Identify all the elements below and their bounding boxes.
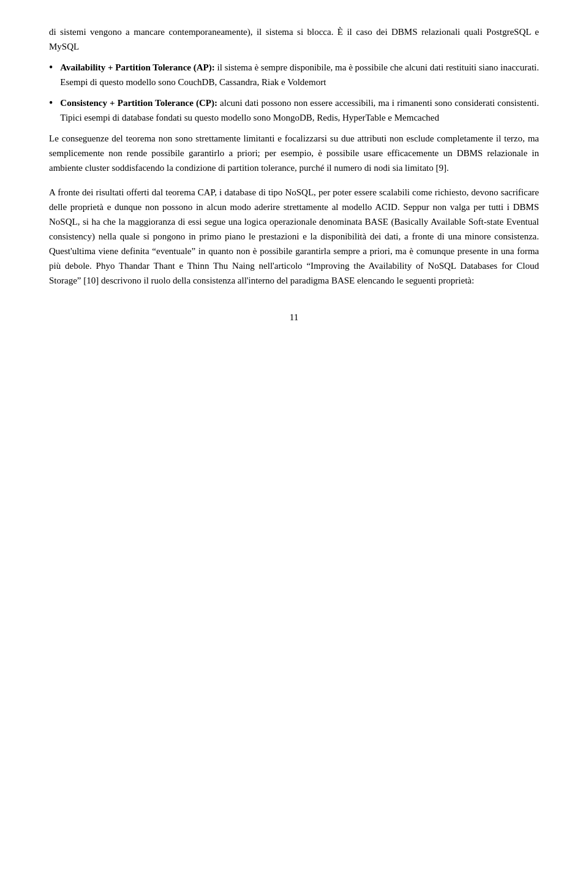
bullet-icon-consistency: • (49, 94, 53, 112)
page-number-text: 11 (290, 312, 298, 322)
page: di sistemi vengono a mancare contemporan… (0, 0, 588, 883)
page-number: 11 (49, 312, 539, 323)
intro-text: di sistemi vengono a mancare contemporan… (49, 27, 539, 51)
availability-text: Availability + Partition Tolerance (AP):… (60, 60, 539, 89)
intro-paragraph: di sistemi vengono a mancare contemporan… (49, 24, 539, 54)
cap-consequences-text: Le conseguenze del teorema non sono stre… (49, 133, 539, 173)
bullet-icon-availability: • (49, 59, 53, 77)
cap-consequences-paragraph: Le conseguenze del teorema non sono stre… (49, 131, 539, 175)
bullet-list: • Availability + Partition Tolerance (AP… (49, 60, 539, 125)
availability-label: Availability + Partition Tolerance (AP): (60, 62, 214, 72)
consistency-text: Consistency + Partition Tolerance (CP): … (60, 96, 539, 125)
content-area: di sistemi vengono a mancare contemporan… (49, 24, 539, 288)
list-item-consistency: • Consistency + Partition Tolerance (CP)… (49, 96, 539, 125)
list-item-availability: • Availability + Partition Tolerance (AP… (49, 60, 539, 89)
consistency-label: Consistency + Partition Tolerance (CP): (60, 98, 217, 108)
nosql-acid-text: A fronte dei risultati offerti dal teore… (49, 187, 539, 285)
nosql-acid-paragraph: A fronte dei risultati offerti dal teore… (49, 185, 539, 288)
